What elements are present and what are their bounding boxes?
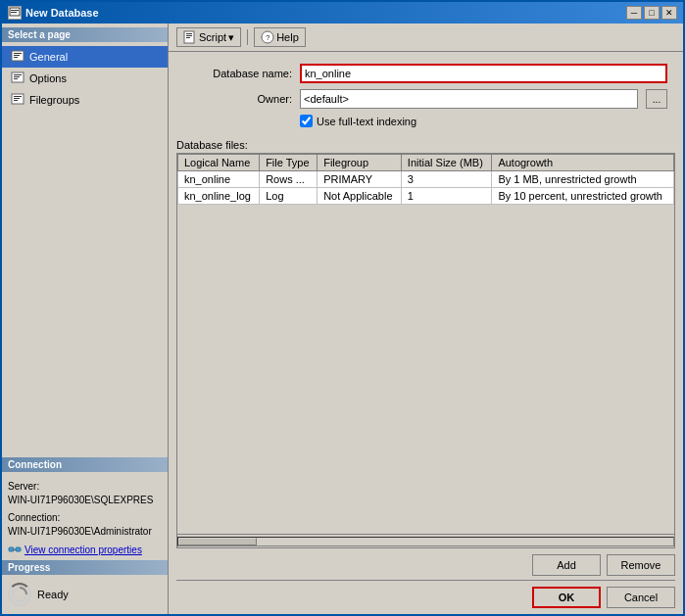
svg-rect-17 (13, 549, 17, 550)
owner-row: Owner: ... (184, 89, 667, 109)
script-icon (183, 30, 197, 44)
help-label: Help (276, 31, 299, 43)
options-icon (10, 71, 25, 86)
col-autogrowth: Autogrowth (492, 155, 674, 171)
row1-logical-name: kn_online (178, 171, 260, 188)
connection-section: Connection Server: WIN-UI71P96030E\SQLEX… (2, 457, 168, 560)
add-button[interactable]: Add (532, 554, 601, 576)
help-button[interactable]: ? Help (254, 27, 306, 47)
db-name-row: Database name: (184, 64, 667, 83)
sidebar: Select a page General Options (2, 24, 169, 614)
maximize-button[interactable]: □ (644, 6, 660, 20)
sidebar-full: Select a page General Options (2, 27, 168, 610)
progress-section: Progress Ready (2, 560, 168, 610)
cancel-button[interactable]: Cancel (607, 587, 675, 608)
table-row[interactable]: kn_online Rows ... PRIMARY 3 By 1 MB, un… (178, 171, 674, 188)
ok-cancel-row: OK Cancel (176, 580, 675, 608)
fulltext-row: Use full-text indexing (300, 115, 667, 127)
progress-spinner (8, 583, 31, 606)
svg-rect-9 (14, 76, 20, 77)
connection-label: Connection: (8, 511, 162, 525)
svg-rect-1 (11, 10, 19, 11)
col-initial-size: Initial Size (MB) (401, 155, 492, 171)
db-name-input[interactable] (300, 64, 667, 83)
progress-header: Progress (2, 560, 168, 575)
db-files-label: Database files: (176, 139, 683, 151)
server-value: WIN-UI71P96030E\SQLEXPRES (8, 494, 162, 507)
table-scroll[interactable]: Logical Name File Type Filegroup Initial… (177, 154, 674, 534)
col-logical-name: Logical Name (178, 155, 260, 171)
progress-info: Ready (2, 579, 168, 610)
svg-rect-6 (14, 57, 18, 58)
owner-input[interactable] (300, 89, 638, 109)
title-bar-left: New Database (8, 6, 99, 20)
connection-icon (8, 543, 22, 556)
script-arrow: ▾ (228, 31, 234, 44)
db-name-label: Database name: (184, 68, 292, 79)
db-files-table-container: Logical Name File Type Filegroup Initial… (176, 153, 675, 548)
main-content: Select a page General Options (2, 24, 683, 614)
script-label: Script (199, 31, 226, 43)
row1-autogrowth: By 1 MB, unrestricted growth (492, 171, 674, 188)
form-area: Database name: Owner: ... Use full-text … (169, 52, 683, 135)
window-icon (8, 6, 22, 20)
sidebar-item-filegroups[interactable]: Filegroups (2, 89, 168, 111)
ok-button[interactable]: OK (532, 587, 601, 608)
sidebar-item-options[interactable]: Options (2, 68, 168, 89)
sidebar-section-label: Select a page (2, 27, 168, 42)
connection-value: WIN-UI71P96030E\Administrator (8, 525, 162, 539)
help-icon: ? (261, 30, 274, 44)
title-buttons: ─ □ ✕ (626, 6, 677, 20)
svg-rect-12 (14, 96, 22, 97)
minimize-button[interactable]: ─ (626, 6, 642, 20)
sidebar-item-filegroups-label: Filegroups (29, 94, 79, 106)
right-panel: Script ▾ ? Help Database name: Owner: (169, 24, 683, 614)
svg-rect-10 (14, 78, 18, 79)
row2-autogrowth: By 10 percent, unrestricted growth (492, 188, 674, 205)
svg-rect-21 (186, 35, 192, 36)
title-bar: New Database ─ □ ✕ (2, 2, 683, 24)
svg-rect-20 (186, 33, 192, 34)
filegroups-icon (10, 92, 25, 108)
page-items: General Options Filegroups (2, 44, 168, 113)
row1-initial-size: 3 (401, 171, 492, 188)
scrollbar-track (177, 537, 674, 546)
window-title: New Database (25, 7, 99, 19)
svg-rect-22 (186, 37, 190, 38)
toolbar-divider (247, 29, 248, 45)
sidebar-item-options-label: Options (29, 72, 67, 84)
new-database-window: New Database ─ □ ✕ Select a page General (0, 0, 685, 616)
bottom-bar: Add Remove OK Cancel (169, 548, 683, 614)
row2-logical-name: kn_online_log (178, 188, 260, 205)
db-files-table: Logical Name File Type Filegroup Initial… (177, 154, 674, 205)
row1-file-type: Rows ... (260, 171, 318, 188)
table-row[interactable]: kn_online_log Log Not Applicable 1 By 10… (178, 188, 674, 205)
view-connection-link[interactable]: View connection properties (24, 545, 142, 555)
server-label: Server: (8, 480, 162, 494)
close-button[interactable]: ✕ (661, 6, 677, 20)
row2-initial-size: 1 (401, 188, 492, 205)
sidebar-item-general-label: General (29, 51, 68, 63)
script-button[interactable]: Script ▾ (176, 27, 241, 47)
sidebar-item-general[interactable]: General (2, 46, 168, 68)
row1-filegroup: PRIMARY (318, 171, 402, 188)
col-file-type: File Type (260, 155, 318, 171)
svg-rect-5 (14, 55, 20, 56)
connection-header: Connection (2, 457, 168, 472)
progress-row: Ready (8, 583, 162, 606)
svg-rect-8 (14, 74, 22, 75)
fulltext-checkbox[interactable] (300, 115, 313, 127)
svg-rect-2 (11, 12, 17, 13)
add-remove-row: Add Remove (176, 554, 675, 576)
svg-text:?: ? (266, 33, 270, 42)
progress-status: Ready (37, 589, 69, 600)
remove-button[interactable]: Remove (607, 554, 675, 576)
svg-rect-13 (14, 98, 20, 99)
svg-rect-14 (14, 100, 18, 101)
owner-browse-button[interactable]: ... (646, 89, 667, 109)
horizontal-scrollbar[interactable] (177, 534, 674, 547)
svg-rect-4 (14, 53, 22, 54)
row2-file-type: Log (260, 188, 318, 205)
scrollbar-thumb (178, 538, 257, 545)
toolbar: Script ▾ ? Help (169, 24, 683, 52)
